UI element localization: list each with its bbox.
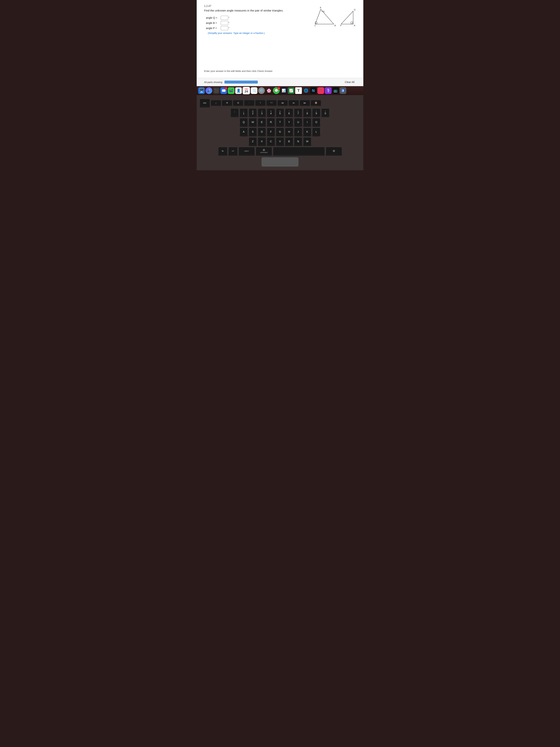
trackpad[interactable] [262,157,298,166]
dock-messages[interactable]: 💬 14 [273,87,279,94]
dock-chrome[interactable]: 🌐 [302,87,309,94]
asdf-row: A S D F G H J K L [199,128,361,136]
clear-all-button[interactable]: Clear All [343,80,356,84]
key-f1[interactable]: ☼ [211,100,221,106]
key-f6[interactable]: ⠿⠿ [266,100,277,106]
key-f2[interactable]: ☀ [222,100,232,106]
key-s[interactable]: S [249,128,257,136]
key-g[interactable]: G [276,128,284,136]
key-d[interactable]: D [258,128,266,136]
key-f[interactable]: F [267,128,275,136]
key-1[interactable]: ! 1 [240,108,248,117]
svg-text:A: A [320,6,321,9]
key-esc[interactable]: esc [199,99,210,107]
progress-bar-container [224,81,258,83]
dock-nord[interactable]: N [310,87,317,94]
key-t[interactable]: T [276,118,284,126]
dock-podcasts[interactable]: 🎙️ [325,87,331,94]
key-command-right[interactable]: ⌘ [326,147,342,155]
key-m[interactable]: M [303,137,311,146]
key-i[interactable]: I [303,118,311,126]
angle-p-label: angle P = [206,27,221,30]
key-0[interactable]: ) 0 [321,108,329,117]
dock-reminders[interactable]: 🗒️ [251,87,258,94]
key-k[interactable]: K [303,128,311,136]
key-c[interactable]: C [267,137,275,146]
key-ctrl[interactable]: ctrl [228,147,238,155]
key-f5[interactable]: ⠿ [255,100,266,106]
degree-p: ° [229,27,230,29]
svg-text:C: C [315,24,316,27]
svg-text:P: P [340,24,342,27]
dock-finder[interactable]: 🖥️ [198,87,205,94]
dock-appletv[interactable]: 📺 [332,87,339,94]
key-f4[interactable]: ⋯ [244,100,255,106]
dock-launchpad[interactable]: ⬛ [213,87,220,94]
dock-music[interactable]: 🎵 [317,87,324,94]
key-f8[interactable]: ⏯ [289,100,299,106]
key-3[interactable]: # 3 [258,108,266,117]
dock-accessibility[interactable]: ♿ [340,87,346,94]
key-command-left[interactable]: ⌘ command [256,147,272,155]
key-j[interactable]: J [294,128,302,136]
key-o[interactable]: O [312,118,320,126]
dock-messages-badge: 14 [277,87,280,89]
progress-bar-fill [224,81,258,83]
key-u[interactable]: U [294,118,302,126]
svg-text:R: R [354,24,355,27]
key-f9[interactable]: ⏭ [300,100,310,106]
triangle-diagram: C B A 41 P R Q [304,5,356,30]
bottom-row: fn ctrl option ⌘ command ⌘ [199,147,361,155]
key-5[interactable]: % 5 [276,108,284,117]
svg-text:Q: Q [354,8,355,11]
dock-mail-badge: 8 [225,87,228,89]
dock-facetime[interactable]: 📹 [228,87,235,94]
key-4[interactable]: $ 4 [267,108,275,117]
key-fn[interactable]: fn [218,147,228,155]
key-n[interactable]: N [294,137,302,146]
key-b[interactable]: B [285,137,293,146]
dock-calendar[interactable]: FEB 24 [243,87,250,94]
key-7[interactable]: & 7 [294,108,302,117]
dock-contacts[interactable]: 👤 [235,87,242,94]
key-w[interactable]: W [249,118,257,126]
qwerty-row: Q W E R T Y U I O [199,118,361,126]
key-h[interactable]: H [285,128,293,136]
key-space[interactable] [273,147,325,155]
number-row: ~ ` ! 1 @ 2 # 3 $ 4 % 5 ^ 6 & 7 [199,108,361,117]
dock-textedit[interactable]: T [295,87,302,94]
angle-b-input[interactable] [221,21,228,25]
key-tilde[interactable]: ~ ` [231,108,239,117]
dock-numbers[interactable]: 📈 [288,87,294,94]
key-8[interactable]: * 8 [303,108,311,117]
key-r[interactable]: R [267,118,275,126]
svg-text:B: B [335,24,336,27]
angle-q-label: angle Q = [206,16,221,19]
key-e[interactable]: E [258,118,266,126]
parts-showing-label: All parts showing [204,81,222,83]
instruction-text: Enter your answer in the edit fields and… [204,68,356,73]
bottom-bar: All parts showing Clear All [197,78,363,86]
key-2[interactable]: @ 2 [249,108,257,117]
key-6[interactable]: ^ 6 [285,108,293,117]
key-v[interactable]: V [276,137,284,146]
dock-grapher[interactable]: 📊 [281,87,287,94]
key-a[interactable]: A [240,128,248,136]
angle-p-input[interactable] [221,26,228,30]
key-l[interactable]: L [312,128,320,136]
key-f3[interactable]: ⊞ [233,100,243,106]
key-x[interactable]: X [258,137,266,146]
key-f7[interactable]: ⏮ [277,100,288,106]
key-y[interactable]: Y [285,118,293,126]
dock-siri[interactable]: 🎤 [206,87,212,94]
key-f10[interactable]: 🔇 [311,100,321,106]
angle-q-input[interactable] [221,16,228,20]
key-z[interactable]: Z [249,137,257,146]
key-option[interactable]: option [239,147,255,155]
dock-sysprefs[interactable]: ⚙️ [258,87,265,94]
dock-mail[interactable]: ✉️ 8 [220,87,227,94]
key-q[interactable]: Q [240,118,248,126]
dock-photos[interactable]: 🌸 [266,87,272,94]
zxcv-row: Z X C V B N M [199,137,361,146]
key-9[interactable]: ( 9 [312,108,320,117]
